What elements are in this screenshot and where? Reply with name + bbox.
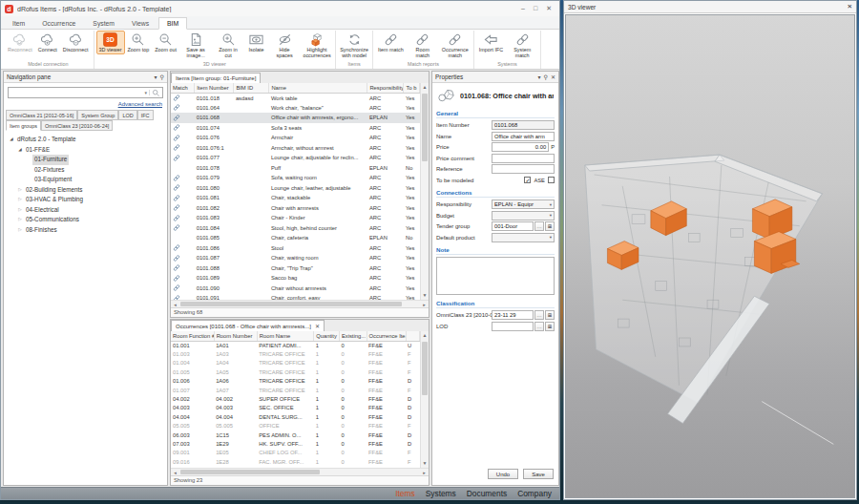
- table-row[interactable]: 0101.078PuffEPLANNo: [171, 163, 420, 174]
- column-header-room-function-[interactable]: Room Function #: [171, 331, 214, 341]
- column-header-to-b[interactable]: To b: [404, 83, 420, 93]
- nav-tab-ifc[interactable]: IFC: [137, 110, 154, 120]
- scroll-up-icon[interactable]: ▲: [421, 83, 429, 92]
- search-icon[interactable]: [152, 89, 160, 97]
- table-row[interactable]: 09.0011E05CHIEF LOG OF...10FF&EF: [171, 449, 420, 457]
- pane-menu-icon[interactable]: ▾: [155, 74, 157, 80]
- expander-icon[interactable]: ▷: [16, 205, 24, 216]
- table-row[interactable]: 0101.083Chair - KinderARCYes: [171, 213, 420, 223]
- scroll-left-icon[interactable]: ◂: [171, 301, 179, 307]
- close-icon[interactable]: ✕: [551, 74, 555, 80]
- scroll-up-icon[interactable]: ▲: [421, 331, 429, 340]
- zoom-in-cut-button[interactable]: Zoom in cut: [212, 31, 244, 60]
- table-row[interactable]: 0101.084Stool, high, behind counterARCYe…: [171, 223, 420, 234]
- tree-item-03-equipment[interactable]: 03-Equipment: [4, 175, 167, 185]
- viewer-viewport[interactable]: [565, 14, 855, 498]
- nav-tab-system-group[interactable]: System Group: [77, 110, 118, 120]
- close-icon[interactable]: ✕: [847, 3, 852, 10]
- table-row[interactable]: 0101.089Sacco bagARCYes: [171, 273, 420, 284]
- module-items[interactable]: Items: [395, 489, 414, 498]
- scroll-down-icon[interactable]: ▼: [421, 291, 429, 300]
- note-textarea[interactable]: [436, 257, 555, 295]
- item-number-field[interactable]: 0101.068: [492, 120, 555, 130]
- table-row[interactable]: 0101.077Lounge chair, adjustable for rec…: [171, 153, 420, 163]
- close-icon[interactable]: ✕: [315, 323, 320, 329]
- open-dialog-button[interactable]: ⊞: [545, 221, 555, 231]
- column-header-extra[interactable]: [406, 331, 419, 341]
- tree-item-03-hvac-plumbing[interactable]: ▷03-HVAC & Plumbing: [4, 195, 167, 205]
- nav-tab-omniclass-21-2012-05-16-[interactable]: OmniClass 21 [2012-05-16]: [6, 110, 77, 120]
- import-ifc-button[interactable]: Import IFC: [476, 31, 506, 54]
- browse-button[interactable]: …: [534, 310, 544, 320]
- item-match-button[interactable]: Item match: [375, 31, 407, 54]
- column-header-existing-[interactable]: Existing...: [339, 331, 367, 341]
- table-row[interactable]: 01.0031A03TRICARE OFFICE10FF&EF: [171, 349, 420, 358]
- omniclass-23-2010-06-24--field[interactable]: 23-11 29: [492, 310, 534, 320]
- table-row[interactable]: 0101.090Chair without armrestsARCYes: [171, 284, 420, 294]
- scroll-down-icon[interactable]: ▼: [421, 459, 429, 468]
- expander-icon[interactable]: ▷: [16, 195, 24, 205]
- items-tab[interactable]: Items [Item group: 01-Furniture]: [171, 73, 261, 83]
- ribbon-tab-system[interactable]: System: [85, 18, 122, 29]
- ribbon-tab-occurrence[interactable]: Occurrence: [34, 18, 83, 29]
- table-row[interactable]: 0101.076:1Armchair, without armrestARCYe…: [171, 143, 420, 154]
- nav-tab-lod[interactable]: LOD: [118, 110, 136, 120]
- ribbon-tab-bim[interactable]: BIM: [158, 17, 187, 30]
- disconnect-button[interactable]: Disconnect: [60, 31, 92, 54]
- module-company[interactable]: Company: [517, 489, 552, 498]
- occurrences-horizontal-scrollbar[interactable]: ◂ ▸: [171, 468, 429, 475]
- lod-field[interactable]: [492, 322, 534, 331]
- maximize-button[interactable]: □: [534, 5, 537, 12]
- tree-item-01-ff-e[interactable]: ◢01-FF&E: [4, 145, 167, 156]
- column-header-responsibility[interactable]: Responsibility: [367, 83, 404, 93]
- column-header-match[interactable]: Match: [171, 83, 195, 93]
- nav-tab-omniclass-23-2010-06-24-[interactable]: OmniClass 23 [2010-06-24]: [41, 120, 113, 131]
- chevron-down-icon[interactable]: ▾: [142, 90, 150, 95]
- column-header-quantity[interactable]: Quantity: [314, 331, 340, 341]
- occurrence-match-button[interactable]: Occurrence match: [439, 31, 471, 60]
- occurrences-tab[interactable]: Occurrences [0101.068 - Office chair wit…: [171, 320, 325, 331]
- table-row[interactable]: 09.0161E28FAC. MGR. OFF...10FF&EF: [171, 457, 420, 466]
- scroll-left-icon[interactable]: ◂: [171, 469, 179, 475]
- tree-item-02-fixtures[interactable]: 02-Fixtures: [4, 165, 167, 176]
- price-field[interactable]: 0.00: [492, 142, 549, 152]
- occurrences-vertical-scrollbar[interactable]: ▲ ▼: [420, 331, 429, 468]
- expander-icon[interactable]: ◢: [8, 135, 15, 145]
- table-row[interactable]: 06.0031C15PES ADMIN. O...10FF&ED: [171, 430, 420, 439]
- open-dialog-button[interactable]: ⊞: [545, 322, 555, 331]
- reference-field[interactable]: [492, 164, 555, 174]
- table-row[interactable]: 04.00304.003SEC. OFFICE10FF&ED: [171, 404, 420, 412]
- browse-button[interactable]: …: [534, 221, 544, 231]
- column-header-item-number[interactable]: Item Number: [195, 83, 234, 93]
- module-documents[interactable]: Documents: [467, 489, 507, 498]
- table-row[interactable]: 07.0031E29HK. SUPV. OFF...10FF&ED: [171, 439, 420, 448]
- tree-item-01-furniture[interactable]: 01-Furniture: [4, 155, 167, 165]
- name-field[interactable]: Office chair with arm: [492, 132, 555, 141]
- ribbon-tab-views[interactable]: Views: [124, 18, 157, 29]
- highlight-occurrences-button[interactable]: Highlight occurrences: [301, 31, 333, 60]
- scroll-right-icon[interactable]: ▸: [420, 469, 429, 475]
- search-box[interactable]: ▾: [8, 87, 163, 98]
- table-row[interactable]: 0101.018asdasdWork tableARCYes: [171, 93, 420, 103]
- table-row[interactable]: 0101.081Chair, stackableARCYes: [171, 193, 420, 203]
- system-match-button[interactable]: System match: [506, 31, 538, 60]
- undo-button[interactable]: Undo: [488, 469, 518, 479]
- table-row[interactable]: 04.00404.004DENTAL SURG...10FF&ED: [171, 412, 420, 421]
- tree-item-02-building-elements[interactable]: ▷02-Building Elements: [4, 185, 167, 196]
- scroll-right-icon[interactable]: ▸: [420, 301, 429, 307]
- table-row[interactable]: 0101.079Sofa, waiting roomARCYes: [171, 173, 420, 183]
- table-row[interactable]: 01.0051A05TRICARE OFFICE10FF&EF: [171, 368, 420, 376]
- pin-icon[interactable]: ⚲: [544, 74, 548, 80]
- tree-item-drofus-2-0-template[interactable]: ◢dRofus 2.0 - Template: [4, 135, 167, 145]
- table-row[interactable]: 01.0071A07TRICARE OFFICE10FF&EF: [171, 386, 420, 394]
- connect-button[interactable]: Connect: [35, 31, 60, 54]
- column-header-bim-id[interactable]: BIM ID: [234, 83, 269, 93]
- column-header-name[interactable]: Name: [269, 83, 367, 93]
- table-row[interactable]: 04.00204.002SUPER OFFICE10FF&ED: [171, 394, 420, 403]
- save-button[interactable]: Save: [523, 469, 554, 479]
- table-row[interactable]: 0101.091Chair, comfort, easyARCYes: [171, 293, 420, 300]
- synchronize-with-model-button[interactable]: Synchronize with model: [338, 31, 370, 60]
- pane-menu-icon[interactable]: ▾: [538, 74, 541, 80]
- 3d-viewer-button[interactable]: 3D3D viewer: [96, 31, 125, 54]
- tender-group-field[interactable]: 001-Door: [492, 221, 534, 231]
